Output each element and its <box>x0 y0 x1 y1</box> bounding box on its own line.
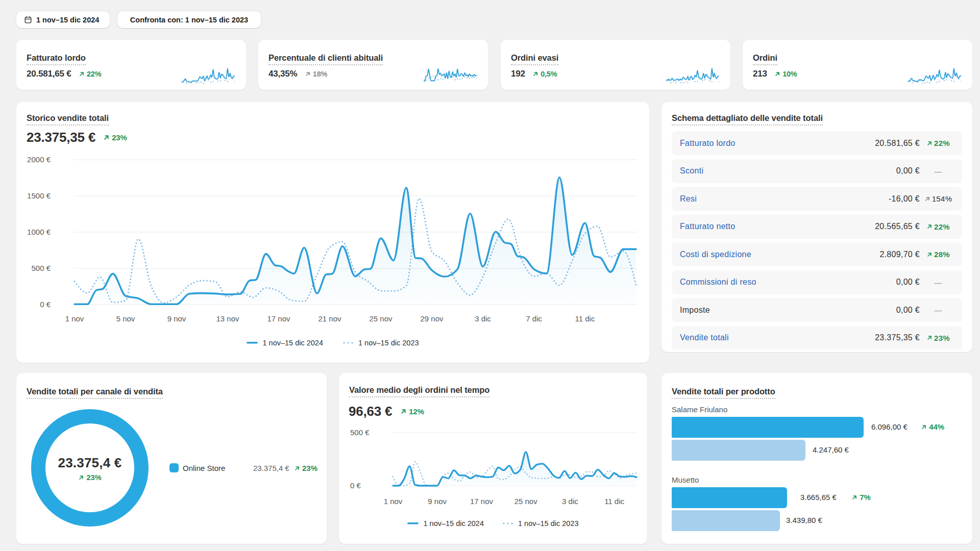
svg-text:0 €: 0 € <box>40 300 51 309</box>
svg-text:11 dic: 11 dic <box>604 497 624 506</box>
svg-text:1 nov: 1 nov <box>384 497 403 506</box>
svg-text:500 €: 500 € <box>31 264 51 272</box>
svg-text:9 nov: 9 nov <box>428 497 447 506</box>
svg-text:11 dic: 11 dic <box>575 314 595 323</box>
svg-text:25 nov: 25 nov <box>514 497 538 506</box>
svg-text:9 nov: 9 nov <box>167 314 186 323</box>
svg-text:500 €: 500 € <box>350 428 370 437</box>
svg-text:25 nov: 25 nov <box>369 314 393 323</box>
svg-text:1 nov: 1 nov <box>65 314 84 323</box>
svg-text:1500 €: 1500 € <box>27 191 51 200</box>
svg-text:2000 €: 2000 € <box>27 155 51 164</box>
svg-text:1000 €: 1000 € <box>27 228 51 236</box>
svg-text:3 dic: 3 dic <box>475 314 491 323</box>
svg-text:13 nov: 13 nov <box>216 314 239 323</box>
svg-text:0 €: 0 € <box>350 481 361 490</box>
svg-text:21 nov: 21 nov <box>318 314 341 323</box>
svg-text:17 nov: 17 nov <box>267 314 290 323</box>
svg-text:3 dic: 3 dic <box>562 497 578 506</box>
svg-text:5 nov: 5 nov <box>116 314 135 323</box>
svg-text:17 nov: 17 nov <box>470 497 494 506</box>
svg-text:29 nov: 29 nov <box>420 314 444 323</box>
svg-text:7 dic: 7 dic <box>526 314 542 323</box>
